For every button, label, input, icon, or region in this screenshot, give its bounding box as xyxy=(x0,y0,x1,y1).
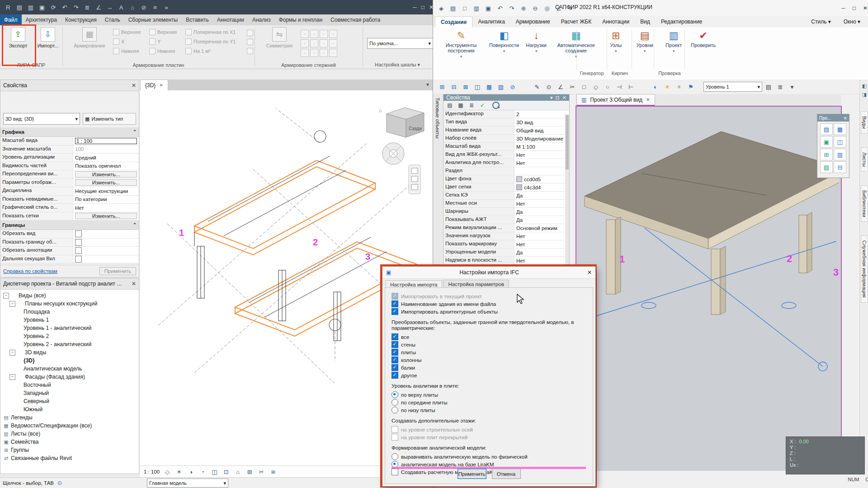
property-row[interactable]: Переопределения ви... Изменить... xyxy=(0,170,139,179)
section-icon[interactable]: ⊘ xyxy=(138,2,149,12)
minimize-icon[interactable]: ─ xyxy=(413,4,417,10)
checkbox[interactable] xyxy=(392,308,398,315)
dock-left-icon[interactable]: ◧ xyxy=(862,83,867,89)
property-row[interactable]: Цвет сетки c4c3d4 xyxy=(443,183,569,192)
side-dock-tab[interactable]: Виды xyxy=(861,111,868,134)
3d-lock-icon[interactable]: ⌂ xyxy=(234,469,242,475)
open-icon[interactable]: ▥ xyxy=(471,3,482,13)
tree-item[interactable]: ⊞ Группы xyxy=(0,446,139,454)
radio-button[interactable] xyxy=(392,391,398,398)
apply-check-icon[interactable]: ✓ xyxy=(478,101,487,110)
3d-view-icon[interactable]: ⌂ xyxy=(127,2,138,12)
close-icon[interactable]: ✕ xyxy=(844,116,847,121)
draw-angle-icon[interactable]: ∠ xyxy=(555,81,566,92)
checkbox[interactable] xyxy=(392,293,398,300)
properties-help-link[interactable]: Справка по свойствам xyxy=(3,268,57,274)
save-icon[interactable]: ▣ xyxy=(37,2,47,12)
view-tab-3d[interactable]: {3D} ✕ xyxy=(140,80,168,90)
property-row[interactable]: Обрезать вид xyxy=(0,230,139,239)
property-row[interactable]: Упрощенные модели Да xyxy=(443,249,569,257)
import-option-row[interactable]: Наименование здания из имени файла xyxy=(392,300,586,308)
close-icon[interactable]: ✕ xyxy=(863,5,868,11)
plate-tool-icon[interactable] xyxy=(247,30,253,36)
radio-button[interactable] xyxy=(392,461,398,468)
checkbox[interactable] xyxy=(392,333,398,340)
property-row[interactable]: Значение масштаба 100 xyxy=(0,145,139,154)
rendering-icon[interactable]: ◔ xyxy=(198,469,207,475)
property-value[interactable]: Нет xyxy=(514,240,569,248)
palette-grid-icon[interactable]: ⊞ xyxy=(820,149,833,160)
property-row[interactable]: Идентификатор 2 xyxy=(443,110,569,118)
property-row[interactable]: Аналитика для постро... Нет xyxy=(443,159,569,167)
rod-tool-icon[interactable]: ▫ xyxy=(301,49,309,57)
tree-item[interactable]: Южный xyxy=(0,405,139,413)
tree-item[interactable]: {3D} xyxy=(0,357,139,365)
checkbox[interactable] xyxy=(392,341,398,348)
property-value[interactable]: 100 xyxy=(73,145,139,154)
property-value[interactable]: Нет xyxy=(514,232,569,240)
convert-option-row[interactable]: все xyxy=(392,333,586,341)
save-icon[interactable]: ▣ xyxy=(483,3,494,13)
ribbon-button[interactable]: ✔ Проверить ▾ xyxy=(689,29,717,49)
tree-item[interactable]: Площадка xyxy=(0,308,139,316)
menu-tab[interactable]: Армирование xyxy=(510,16,556,27)
ribbon-button[interactable]: ↓ Нагрузки ▾ xyxy=(523,29,550,54)
panel-menu-icon[interactable]: ▾ xyxy=(550,95,553,101)
menu-dropdown[interactable]: Стиль ▾ xyxy=(806,16,836,27)
radio-button[interactable] xyxy=(392,399,398,406)
property-value[interactable]: Общий вид xyxy=(514,127,569,134)
minimize-icon[interactable]: ─ xyxy=(841,5,845,11)
import-button[interactable]: ⇩ Импорт... xyxy=(33,27,62,48)
property-value[interactable]: Изменить... xyxy=(73,170,139,178)
plate-tool-icon[interactable] xyxy=(247,48,253,54)
panel-menu-icon[interactable]: ▾ xyxy=(787,81,797,92)
reveal-hidden-icon[interactable]: ≋ xyxy=(269,469,277,475)
tree-expander-icon[interactable] xyxy=(3,293,9,299)
draw-circle-icon[interactable]: ○ xyxy=(602,81,613,92)
tree-item[interactable]: Уровень 1 - аналитический xyxy=(0,324,139,332)
property-value[interactable]: Да xyxy=(514,192,569,199)
property-value[interactable]: Нет xyxy=(514,159,569,167)
checkbox[interactable] xyxy=(392,300,398,307)
side-dock-tab[interactable]: Библиотеки xyxy=(861,185,868,222)
palette-close-icon[interactable]: ⊟ xyxy=(834,161,846,173)
view-groups-icon[interactable]: ▦ xyxy=(456,101,465,110)
navigation-wheel[interactable] xyxy=(382,143,404,164)
property-value[interactable]: Несущие конструкции xyxy=(73,187,139,195)
tree-item[interactable]: Виды (все) xyxy=(0,291,139,300)
property-row[interactable]: Режим визуализации ... Основной режим xyxy=(443,224,569,232)
tree-item[interactable]: Фасады (Фасад здания) xyxy=(0,373,139,381)
zoom-out-icon[interactable]: ⊖ xyxy=(530,3,541,13)
palette-sheet-icon[interactable]: ▥ xyxy=(834,149,846,160)
property-row[interactable]: Тип вида 3D вид xyxy=(443,118,569,127)
extend-icon[interactable]: ⊢ xyxy=(626,81,637,92)
main-model-combo[interactable]: Главная модель ▾ xyxy=(147,479,228,488)
cancel-button[interactable]: Отмена xyxy=(492,469,521,479)
lock-icon[interactable]: ⊘ xyxy=(507,81,518,92)
menu-tab[interactable]: Редактирование xyxy=(656,16,708,27)
import-option-row[interactable]: Импортировать архитектурные объекты xyxy=(392,308,586,315)
ribbon-button[interactable]: ◧ Поверхности ▾ xyxy=(487,29,521,54)
tree-item[interactable]: ▥ Листы (все) xyxy=(0,430,139,438)
ribbon-tab[interactable]: Сборные элементы xyxy=(124,14,182,25)
flag-icon[interactable]: ⚑ xyxy=(685,81,696,92)
property-row[interactable]: Шарниры Да xyxy=(443,208,569,216)
ribbon-tab[interactable]: Совместная работа xyxy=(326,14,384,25)
tree-item[interactable]: Западный xyxy=(0,389,139,397)
convert-option-row[interactable]: стены xyxy=(392,341,586,348)
shadows-icon[interactable]: ◑ xyxy=(187,469,195,475)
ribbon-tab[interactable]: Файл xyxy=(0,14,22,25)
reinforce-button[interactable]: ▦ Армирование xyxy=(71,27,108,48)
menu-tab[interactable]: Расчет ЖБК xyxy=(556,16,597,27)
checkbox[interactable] xyxy=(392,364,398,371)
property-row[interactable]: Уровень детализации Средний xyxy=(0,154,139,162)
ribbon-button[interactable]: ✎ Инструменты построения ▾ xyxy=(437,29,486,60)
slab-analytics-option[interactable]: по низу плиты xyxy=(392,406,586,414)
property-value[interactable]: Показать оригинал xyxy=(73,162,139,170)
sapfir-3d-view[interactable]: 1 2 3 xyxy=(576,106,842,473)
property-row[interactable]: Показать сетки Изменить... xyxy=(0,212,139,221)
bulb-on-icon[interactable]: ☀ xyxy=(662,81,673,92)
property-row[interactable]: Показать границу об... xyxy=(0,239,139,247)
property-value[interactable]: Средний xyxy=(73,154,139,162)
ribbon-tab[interactable]: Архитектура xyxy=(22,14,61,25)
